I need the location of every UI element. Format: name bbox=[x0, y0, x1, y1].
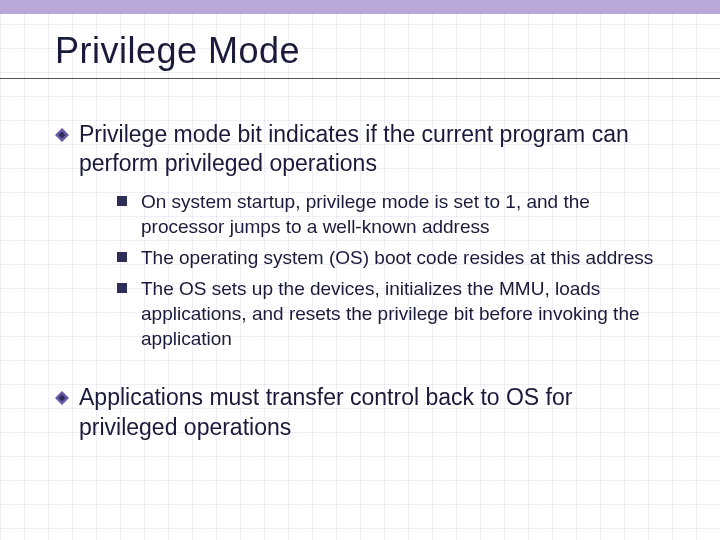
list-item: The OS sets up the devices, initializes … bbox=[117, 276, 665, 351]
list-item: The operating system (OS) boot code resi… bbox=[117, 245, 665, 270]
sub-list: On system startup, privilege mode is set… bbox=[117, 189, 665, 351]
list-item-text: The OS sets up the devices, initializes … bbox=[141, 276, 665, 351]
square-bullet-icon bbox=[117, 196, 127, 206]
list-item: Applications must transfer control back … bbox=[55, 383, 665, 442]
list-item-text: Applications must transfer control back … bbox=[79, 383, 665, 442]
diamond-bullet-icon bbox=[55, 391, 69, 405]
slide-title: Privilege Mode bbox=[55, 30, 665, 72]
list-item-text: The operating system (OS) boot code resi… bbox=[141, 245, 653, 270]
list-item: Privilege mode bit indicates if the curr… bbox=[55, 120, 665, 357]
diamond-bullet-icon bbox=[55, 128, 69, 142]
slide-content: Privilege Mode Privilege mode bit indica… bbox=[0, 0, 720, 496]
list-item: On system startup, privilege mode is set… bbox=[117, 189, 665, 239]
list-item-text: Privilege mode bit indicates if the curr… bbox=[79, 120, 665, 179]
bullet-list: Privilege mode bit indicates if the curr… bbox=[55, 120, 665, 442]
square-bullet-icon bbox=[117, 252, 127, 262]
square-bullet-icon bbox=[117, 283, 127, 293]
list-item-text: On system startup, privilege mode is set… bbox=[141, 189, 665, 239]
